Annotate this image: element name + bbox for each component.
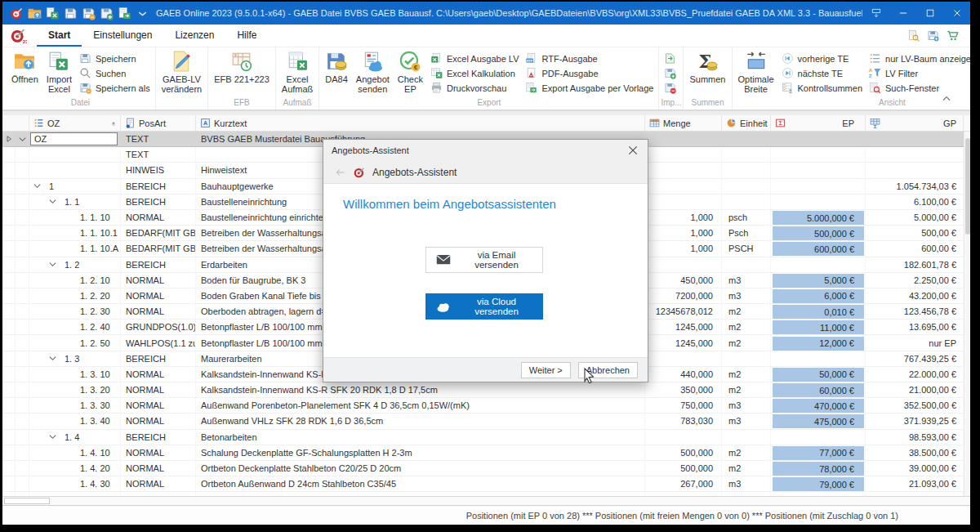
cell-gp[interactable] [866,147,964,162]
cell-gp[interactable]: 767.439,25 € [866,351,964,366]
cell-menge[interactable] [645,179,722,194]
cell-kurztext[interactable]: Ortbeton Außenwand D 24cm Stahlbeton C35… [196,476,645,491]
cell-einheit[interactable] [722,351,771,366]
cell-gp[interactable]: 43.200,00 € [866,288,964,303]
ribbon-button-export-ausgabe-per-vorlage[interactable]: Export Ausgabe per Vorlage [525,81,653,95]
cell-menge[interactable]: 500,000 [645,461,722,476]
close-icon[interactable] [626,144,639,157]
ribbon-button-such-fenster[interactable]: Such-Fenster [869,81,970,95]
tree-collapse-icon[interactable] [33,182,49,190]
cell-ep[interactable]: 12,000 € [771,335,866,350]
ribbon-button-vorherige-te[interactable]: vorherige TE [782,51,862,65]
row-dropdown[interactable] [16,132,29,146]
ribbon-button-save-remove-icon[interactable] [664,81,676,95]
cell-posart[interactable]: NORMAL [121,461,196,476]
cell-oz[interactable]: 1. 4. 30 [29,476,121,491]
ribbon-button-lv-filter[interactable]: AZLV Filter [869,66,970,80]
send-via-email-button[interactable]: via Email versenden [425,247,543,273]
cell-ep[interactable]: 5.000,000 € [771,210,866,225]
ribbon-button-angebot-senden[interactable]: Angebot senden [352,49,394,97]
cell-menge[interactable]: 350,000 [645,382,722,397]
save-small-icon[interactable] [927,29,939,42]
cell-einheit[interactable]: m3 [722,398,771,413]
dialog-titlebar[interactable]: Angebots-Assistent [323,140,648,161]
save-as-icon[interactable] [82,7,96,20]
cell-einheit[interactable]: m2 [722,367,771,382]
table-row[interactable]: 1. 4BEREICHBetonarbeiten98.593,00 € [2,430,970,445]
cell-posart[interactable]: BEREICH [121,430,196,445]
cell-gp[interactable]: 182.601,78 € [866,257,964,272]
cell-gp[interactable]: 371.939,25 € [866,414,964,428]
cell-oz[interactable]: 1. 1. 10.A [29,241,121,256]
ribbon-button-suchen[interactable]: Suchen [79,66,150,80]
cell-gp[interactable] [866,132,964,146]
cell-gp[interactable]: 123.456,78 € [866,304,964,319]
table-row[interactable]: 1. 4. 10NORMALSchalung Deckenplatte GF-S… [2,445,970,461]
ribbon-button-pdf-ausgabe[interactable]: PDF-Ausgabe [525,66,653,80]
cell-menge[interactable] [645,257,722,272]
cell-menge[interactable]: 1245,000 [645,320,722,334]
cell-oz[interactable]: 1. 1. 10 [29,210,121,225]
cell-kurztext[interactable]: Ortbeton Deckenplatte Stahlbeton C20/25 … [196,461,645,476]
cell-menge[interactable]: 750,000 [645,398,722,413]
ribbon-button-excel-aufma[interactable]: Excel Aufmaß [278,49,318,97]
cell-posart[interactable]: BEDARF(MIT GB) [121,241,196,256]
cell-einheit[interactable]: m2 [722,335,771,350]
ribbon-options-button[interactable] [862,2,889,25]
vertical-scrollbar[interactable] [964,132,970,496]
save-icon[interactable] [64,7,78,20]
cell-ep[interactable]: 475,000 € [771,414,866,428]
cell-menge[interactable]: 440,000 [645,367,722,382]
column-header-einheit[interactable]: Einheit [722,115,771,131]
cell-einheit[interactable] [722,163,771,177]
minimize-button[interactable] [889,2,916,25]
cell-menge[interactable]: 1245,000 [645,335,722,350]
column-header-ep[interactable]: ΣEP [771,115,866,131]
cell-ep[interactable]: 11,000 € [771,320,866,334]
cell-gp[interactable]: 39.000,00 € [866,461,964,476]
cell-einheit[interactable]: PSCH [722,241,771,256]
cell-gp[interactable] [866,163,964,177]
cell-gp[interactable]: 6.100,00 € [866,194,964,209]
cell-gp[interactable]: 22.000,00 € [866,367,964,382]
cell-oz[interactable]: 1. 3. 10 [29,367,121,382]
cell-ep[interactable]: 600,000 € [771,241,866,256]
cell-oz[interactable]: 1. 3. 30 [29,398,121,413]
cart-icon[interactable] [947,29,959,42]
ribbon-button-optimale-breite[interactable]: Optimale Breite [734,49,778,97]
cell-posart[interactable]: HINWEIS [121,163,196,177]
cell-posart[interactable]: NORMAL [121,273,196,288]
table-row[interactable]: 1. 4. 20NORMALOrtbeton Deckenplatte Stah… [2,461,970,476]
cell-oz[interactable]: 1. 3. 20 [29,382,121,397]
cell-oz[interactable] [29,147,121,162]
cell-posart[interactable]: NORMAL [121,288,196,303]
cell-einheit[interactable]: m2 [722,320,771,334]
ribbon-button-n-chste-te[interactable]: nächste TE [782,66,862,80]
tab-start[interactable]: Start [37,25,82,47]
cell-oz[interactable]: 1. 2. 50 [29,335,121,350]
cell-oz[interactable]: 1. 3. 40 [29,414,121,428]
cell-ep[interactable]: 50,000 € [771,367,866,382]
cell-einheit[interactable] [722,194,771,209]
cell-menge[interactable] [645,163,722,177]
cell-ep[interactable]: 77,000 € [771,445,866,460]
ribbon-button-save-add-icon[interactable] [664,66,676,80]
tree-collapse-icon[interactable] [49,433,65,440]
cell-gp[interactable]: 1.054.734,03 € [866,179,964,194]
ribbon-button-da84[interactable]: DA84 [321,49,352,97]
cell-einheit[interactable]: m2 [722,304,771,319]
ribbon-button-import-excel[interactable]: Import Excel [42,49,76,97]
cell-posart[interactable]: NORMAL [121,382,196,397]
cell-menge[interactable]: 1,000 [645,241,722,256]
cell-posart[interactable]: NORMAL [121,304,196,319]
ribbon-button-excel-ausgabe-lv[interactable]: Excel Ausgabe LV [430,51,519,65]
ribbon-button-speichern-als[interactable]: Speichern als [79,81,150,95]
cell-einheit[interactable]: m3 [722,414,771,428]
cell-ep[interactable]: 5,000 € [771,273,866,288]
gaeb-app-icon[interactable] [10,7,24,20]
cell-gp[interactable]: nur EP [866,335,964,350]
table-row[interactable]: 1. 3. 20NORMALKalksandstein-Innenwand KS… [2,382,970,398]
cell-oz[interactable]: 1. 4. 20 [29,461,121,476]
cell-ep[interactable]: 470,000 € [771,398,866,413]
cell-gp[interactable]: 38.500,00 € [866,445,964,460]
